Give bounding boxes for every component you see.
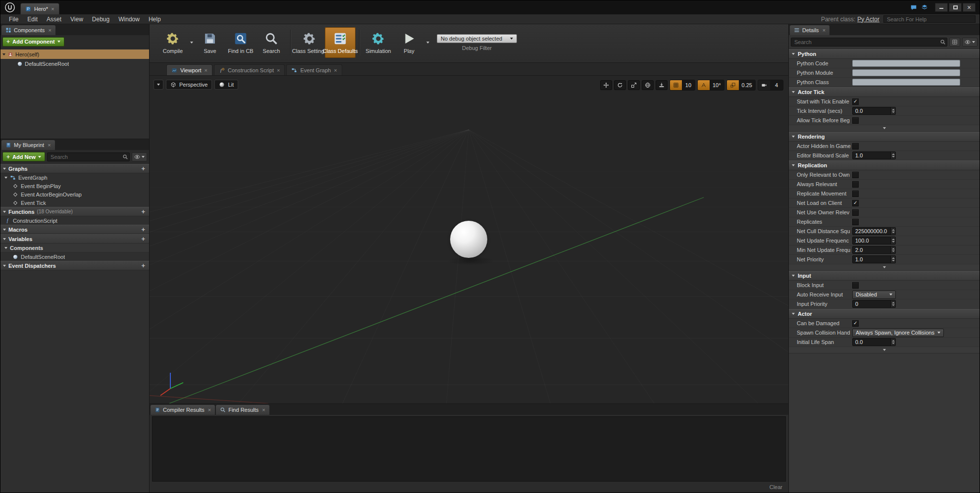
- close-tab-icon[interactable]: [208, 407, 211, 413]
- expander-caret-icon[interactable]: [2, 53, 5, 55]
- only-relevant-to-own-checkbox[interactable]: [852, 172, 859, 178]
- editor-billboard-scale-field[interactable]: 1.0: [852, 151, 896, 159]
- my-blueprint-search-input[interactable]: [47, 152, 130, 161]
- sphere-actor[interactable]: [450, 221, 487, 258]
- grid-snap-button[interactable]: [670, 80, 682, 90]
- blueprint-item-event-actorbeginoverlap[interactable]: Event ActorBeginOverlap: [0, 190, 149, 198]
- close-tab-icon[interactable]: [48, 27, 51, 33]
- property-matrix-button[interactable]: [949, 38, 960, 47]
- python-class-input[interactable]: [852, 79, 960, 86]
- tab-compiler-results[interactable]: Compiler Results: [151, 405, 215, 415]
- play-button[interactable]: Play: [394, 27, 424, 58]
- initial-life-span-field[interactable]: 0.0: [852, 338, 896, 346]
- component-item-hero-self[interactable]: Hero(self): [0, 49, 149, 59]
- close-asset-tab-icon[interactable]: [51, 6, 54, 12]
- menu-window[interactable]: Window: [114, 15, 144, 23]
- parent-class-link[interactable]: Py Actor: [857, 16, 879, 23]
- add-new-button[interactable]: Add New: [2, 152, 45, 161]
- visibility-filter-button[interactable]: [132, 152, 147, 161]
- menu-help[interactable]: Help: [144, 15, 165, 23]
- section-graphs[interactable]: Graphs: [0, 164, 149, 173]
- expander-caret-icon[interactable]: [4, 177, 7, 179]
- category-actor-tick[interactable]: Actor Tick: [789, 87, 980, 97]
- net-update-frequenc-field[interactable]: 100.0: [852, 237, 896, 245]
- close-tab-icon[interactable]: [277, 67, 280, 73]
- class-defaults-button[interactable]: Class Defaults: [325, 27, 356, 58]
- blueprint-item-components[interactable]: Components: [0, 244, 149, 252]
- python-code-input[interactable]: [852, 60, 960, 67]
- section-event-dispatchers[interactable]: Event Dispatchers: [0, 261, 149, 270]
- scale-button[interactable]: [628, 80, 640, 90]
- tab-my-blueprint[interactable]: My Blueprint: [1, 140, 55, 150]
- spinner-icon[interactable]: [890, 300, 895, 307]
- menu-view[interactable]: View: [66, 15, 88, 23]
- close-tab-icon[interactable]: [262, 407, 265, 413]
- grid-snap-value[interactable]: 10: [682, 80, 695, 90]
- add-variables-button[interactable]: [140, 235, 147, 243]
- menu-edit[interactable]: Edit: [23, 15, 42, 23]
- tab-find-results[interactable]: Find Results: [216, 405, 269, 415]
- find-in-cb-button[interactable]: Find in CB: [225, 27, 256, 58]
- scale-snap-button[interactable]: [727, 80, 739, 90]
- tick-interval-secs-field[interactable]: 0.0: [852, 107, 896, 115]
- move-button[interactable]: [600, 80, 612, 90]
- compile-button[interactable]: Compile: [157, 27, 188, 58]
- add-macros-button[interactable]: [140, 226, 147, 233]
- replicate-movement-checkbox[interactable]: [852, 191, 859, 197]
- blueprint-item-defaultsceneroot[interactable]: DefaultSceneRoot: [0, 252, 149, 261]
- close-tab-icon[interactable]: [334, 67, 337, 73]
- category-actor[interactable]: Actor: [789, 309, 980, 319]
- add-functions-button[interactable]: [140, 208, 147, 215]
- block-input-checkbox[interactable]: [852, 282, 859, 289]
- spinner-icon[interactable]: [890, 107, 895, 114]
- expand-advanced-button[interactable]: [789, 125, 980, 132]
- display-filter-button[interactable]: [962, 38, 978, 47]
- rotate-button[interactable]: [614, 80, 626, 90]
- perspective-dropdown[interactable]: Perspective: [166, 80, 212, 90]
- class-settings-button[interactable]: Class Settings: [294, 27, 325, 58]
- menu-asset[interactable]: Asset: [42, 15, 66, 23]
- spinner-icon[interactable]: [890, 237, 895, 244]
- net-cull-distance-squ-field[interactable]: 225000000.0: [852, 227, 896, 235]
- python-module-input[interactable]: [852, 69, 960, 76]
- section-functions[interactable]: Functions(18 Overridable): [0, 207, 149, 216]
- category-replication[interactable]: Replication: [789, 160, 980, 170]
- debug-object-dropdown[interactable]: No debug object selected: [437, 34, 517, 43]
- section-macros[interactable]: Macros: [0, 225, 149, 234]
- net-priority-field[interactable]: 1.0: [852, 255, 896, 263]
- search-button[interactable]: Search: [256, 27, 287, 58]
- world-button[interactable]: [642, 80, 654, 90]
- start-with-tick-enable-checkbox[interactable]: [852, 99, 859, 105]
- spinner-icon[interactable]: [890, 256, 895, 263]
- category-rendering[interactable]: Rendering: [789, 132, 980, 142]
- editor-tab-event-graph[interactable]: Event Graph: [286, 64, 342, 75]
- save-button[interactable]: Save: [195, 27, 225, 58]
- expand-advanced-button[interactable]: [789, 347, 980, 353]
- menu-file[interactable]: File: [4, 15, 23, 23]
- blueprint-item-event-tick[interactable]: Event Tick: [0, 198, 149, 207]
- blueprint-item-eventgraph[interactable]: EventGraph: [0, 173, 149, 182]
- close-button[interactable]: [963, 3, 976, 12]
- expander-caret-icon[interactable]: [4, 247, 7, 249]
- always-relevant-checkbox[interactable]: [852, 181, 859, 188]
- min-net-update-frequ-field[interactable]: 2.0: [852, 246, 896, 254]
- source-control-icon[interactable]: [921, 4, 928, 11]
- close-tab-icon[interactable]: [823, 27, 825, 33]
- spinner-icon[interactable]: [890, 152, 895, 159]
- component-item-defaultsceneroot[interactable]: DefaultSceneRoot: [0, 59, 149, 68]
- add-event-dispatchers-button[interactable]: [140, 262, 147, 269]
- feedback-icon[interactable]: [910, 4, 917, 11]
- clear-button[interactable]: Clear: [770, 484, 782, 490]
- play-options-dropdown[interactable]: [424, 27, 431, 58]
- spinner-icon[interactable]: [890, 246, 895, 253]
- auto-receive-input-dropdown[interactable]: Disabled: [852, 291, 896, 299]
- close-tab-icon[interactable]: [48, 142, 51, 148]
- net-load-on-client-checkbox[interactable]: [852, 200, 859, 206]
- surface-snap-button[interactable]: [656, 80, 668, 90]
- add-component-button[interactable]: Add Component: [2, 37, 64, 47]
- spawn-collision-hand-dropdown[interactable]: Always Spawn, Ignore Collisions: [852, 329, 944, 337]
- simulation-button[interactable]: Simulation: [363, 27, 394, 58]
- spinner-icon[interactable]: [890, 228, 895, 235]
- rotation-snap-button[interactable]: [698, 80, 710, 90]
- section-variables[interactable]: Variables: [0, 234, 149, 244]
